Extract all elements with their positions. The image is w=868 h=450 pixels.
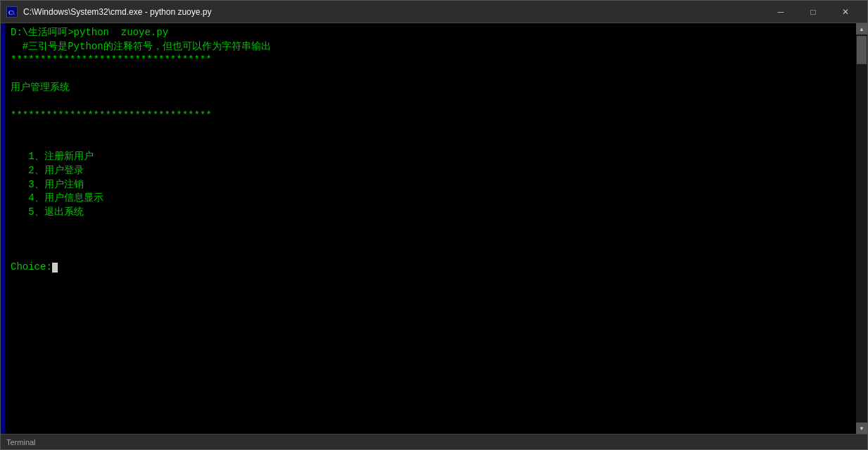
menu5-line: 5、退出系统 bbox=[11, 206, 850, 220]
empty-line-4 bbox=[11, 137, 850, 151]
menu1-line: 1、注册新用户 bbox=[11, 150, 850, 164]
choice-line: Choice: bbox=[11, 261, 850, 275]
close-button[interactable]: ✕ bbox=[829, 1, 862, 23]
maximize-button[interactable]: □ bbox=[797, 1, 829, 23]
system-title-line: 用户管理系统 bbox=[11, 81, 850, 95]
title-bar: C\ C:\Windows\System32\cmd.exe - python … bbox=[1, 1, 867, 23]
menu3-line: 3、用户注销 bbox=[11, 178, 850, 192]
window-title: C:\Windows\System32\cmd.exe - python zuo… bbox=[23, 7, 765, 17]
svg-text:C\: C\ bbox=[8, 9, 15, 16]
empty-line-6 bbox=[11, 233, 850, 247]
bottom-bar: Terminal bbox=[1, 434, 867, 449]
cmd-window: C\ C:\Windows\System32\cmd.exe - python … bbox=[0, 0, 868, 450]
terminal-area[interactable]: D:\生活呵呵>python zuoye.py #三引号是Python的注释符号… bbox=[5, 23, 856, 434]
scroll-up-button[interactable]: ▲ bbox=[856, 23, 867, 35]
scrollbar-thumb[interactable] bbox=[857, 36, 867, 64]
empty-line-3 bbox=[11, 123, 850, 137]
cmd-line: D:\生活呵呵>python zuoye.py bbox=[11, 26, 850, 40]
window-body: D:\生活呵呵>python zuoye.py #三引号是Python的注释符号… bbox=[1, 23, 867, 434]
scrollbar[interactable]: ▲ ▼ bbox=[856, 23, 867, 434]
choice-text: Choice: bbox=[11, 261, 52, 273]
terminal-content: D:\生活呵呵>python zuoye.py #三引号是Python的注释符号… bbox=[11, 26, 850, 275]
empty-line-5 bbox=[11, 219, 850, 233]
comment-line: #三引号是Python的注释符号，但也可以作为字符串输出 bbox=[11, 40, 850, 54]
empty-line-2 bbox=[11, 95, 850, 109]
stars1-line: ********************************** bbox=[11, 54, 850, 68]
empty-line-7 bbox=[11, 247, 850, 261]
menu4-line: 4、用户信息显示 bbox=[11, 192, 850, 206]
bottom-bar-text: Terminal bbox=[6, 438, 36, 446]
window-controls: ─ □ ✕ bbox=[765, 1, 862, 23]
scrollbar-track bbox=[856, 35, 867, 423]
cmd-icon: C\ bbox=[6, 6, 18, 18]
menu2-line: 2、用户登录 bbox=[11, 164, 850, 178]
empty-line-1 bbox=[11, 68, 850, 82]
stars2-line: ********************************** bbox=[11, 109, 850, 123]
scroll-down-button[interactable]: ▼ bbox=[856, 423, 867, 434]
minimize-button[interactable]: ─ bbox=[765, 1, 797, 23]
cursor bbox=[52, 263, 58, 273]
